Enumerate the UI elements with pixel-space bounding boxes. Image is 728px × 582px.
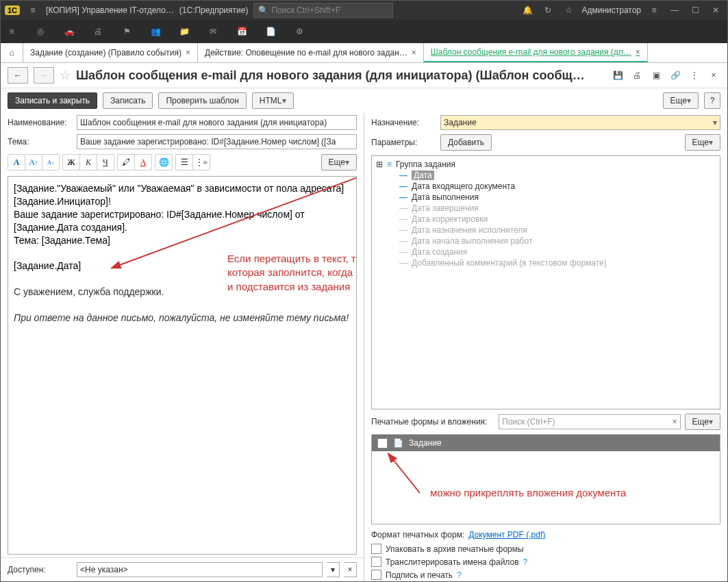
help-button[interactable]: ? [704, 92, 720, 109]
mail-icon[interactable]: ✉ [206, 27, 220, 36]
command-bar: Записать и закрыть Записать Проверить ша… [1, 88, 727, 113]
menu-icon[interactable]: ≡ [25, 5, 40, 15]
editor-more-button[interactable]: Еще [321, 154, 357, 170]
italic-icon[interactable]: К [80, 155, 97, 170]
list-bullet-icon[interactable]: ⋮≡ [193, 155, 210, 170]
save-close-button[interactable]: Записать и закрыть [8, 92, 97, 109]
users-icon[interactable]: 👥 [149, 27, 162, 36]
subject-field[interactable]: Ваше задание зарегистрировано: ID#[Задан… [77, 134, 357, 149]
params-tree[interactable]: ⊞≡Группа задания —Дата —Дата входящего д… [371, 155, 720, 409]
check-template-button[interactable]: Проверить шаблон [158, 92, 246, 109]
maximize-icon[interactable]: ☐ [688, 5, 703, 15]
bell-icon[interactable]: 🔔 [520, 5, 535, 15]
tree-item[interactable]: —Добавленный комментарий (в текстовом фо… [375, 257, 717, 268]
field-clear-icon[interactable]: × [344, 562, 357, 577]
tab-close-icon[interactable]: × [186, 48, 190, 58]
favorite-icon[interactable]: ☆ [60, 68, 71, 83]
star-icon[interactable]: ☆ [561, 5, 576, 15]
highlight-icon[interactable]: 🖍 [118, 155, 135, 170]
attach-more-button[interactable]: Еще [685, 414, 720, 430]
settings-icon[interactable]: ≡ [647, 5, 662, 15]
nav-forward-button[interactable]: → [34, 67, 54, 84]
opt-archive-checkbox[interactable] [371, 544, 381, 554]
insert-link-icon[interactable]: 🌐 [155, 155, 172, 170]
svg-line-1 [392, 459, 420, 493]
font-color-icon[interactable]: A [135, 155, 151, 170]
attach-search-input[interactable]: Поиск (Ctrl+F)× [499, 414, 681, 429]
destination-field[interactable]: Задание▾ [440, 115, 720, 130]
link-icon[interactable]: 🔗 [668, 71, 682, 80]
help-icon[interactable]: ? [523, 557, 528, 567]
font-size-small-icon[interactable]: A↓ [42, 155, 59, 170]
tree-item[interactable]: —Дата начала выполнения работ [375, 236, 717, 246]
params-more-button[interactable]: Еще [685, 134, 720, 151]
tree-item[interactable]: —Дата создания [375, 246, 717, 257]
logo-1c: 1C [5, 5, 20, 15]
attachment-icon: 📄 [393, 438, 403, 448]
print-icon[interactable]: 🖨 [630, 71, 644, 80]
gear-icon[interactable]: ⚙ [292, 27, 306, 36]
bold-icon[interactable]: Ж [63, 155, 80, 170]
flag-icon[interactable]: ⚑ [120, 27, 134, 36]
car-icon[interactable]: 🚗 [62, 27, 76, 36]
field-dropdown-icon[interactable]: ▾ [327, 562, 340, 577]
target-icon[interactable]: ◎ [34, 27, 47, 36]
app-title: [КОПИЯ] Управление IT-отдело… [46, 5, 174, 15]
subject-label: Тема: [8, 137, 73, 147]
tab-3-active[interactable]: Шаблон сообщения e-mail для нового задан… [424, 43, 648, 62]
calendar-icon[interactable]: 📅 [235, 27, 249, 36]
tab-2[interactable]: Действие: Оповещение по e-mail для новог… [198, 43, 424, 62]
tab-close-icon[interactable]: × [636, 47, 640, 57]
available-field[interactable]: <Не указан> [77, 562, 323, 577]
more-button[interactable]: Еще [663, 92, 699, 109]
chevron-down-icon[interactable]: ▾ [713, 118, 717, 127]
nav-back-button[interactable]: ← [8, 67, 28, 84]
destination-label: Назначение: [371, 118, 436, 127]
attachment-row[interactable]: 📄 Задание [372, 435, 720, 451]
tab-close-icon[interactable]: × [412, 48, 416, 58]
window-titlebar: 1C ≡ [КОПИЯ] Управление IT-отдело… (1С:П… [1, 1, 727, 20]
folder-icon[interactable]: 📁 [177, 27, 191, 36]
tree-item-selected[interactable]: —Дата [375, 170, 717, 181]
opt-sign-checkbox[interactable] [371, 570, 381, 580]
name-label: Наименование: [8, 118, 73, 127]
annotation-arrow-2 [386, 455, 427, 496]
tree-group[interactable]: ⊞≡Группа задания [375, 159, 717, 170]
user-label[interactable]: Администратор [581, 5, 641, 15]
body-editor[interactable]: [Задание."Уважаемый" или "Уважаемая" в з… [8, 176, 357, 555]
doc-icon[interactable]: 📄 [264, 27, 277, 36]
save-button[interactable]: Записать [103, 92, 153, 109]
more-icon[interactable]: ⋮ [688, 71, 701, 80]
tree-item[interactable]: —Дата выполнения [375, 192, 717, 203]
sections-icon[interactable]: ≡ [5, 27, 18, 36]
save-icon[interactable]: 💾 [611, 71, 625, 80]
add-button[interactable]: Добавить [440, 134, 492, 151]
close-icon[interactable]: × [707, 71, 720, 80]
attachment-checkbox[interactable] [377, 438, 388, 448]
font-size-dec-icon[interactable]: A↑ [25, 155, 42, 170]
tree-item[interactable]: —Дата назначения исполнителя [375, 225, 717, 236]
html-button[interactable]: HTML [252, 92, 294, 109]
annotation-attach: можно прикреплять вложения документа [430, 486, 626, 500]
global-search[interactable]: 🔍 Поиск Ctrl+Shift+F [253, 3, 393, 18]
tree-item[interactable]: —Дата корректировки [375, 214, 717, 225]
attachments-list[interactable]: 📄 Задание можно прикреплять вложения док… [371, 434, 720, 524]
opt-translit-checkbox[interactable] [371, 557, 381, 567]
report-icon[interactable]: ▣ [649, 71, 663, 80]
help-icon[interactable]: ? [457, 570, 462, 580]
tree-item[interactable]: —Дата завершения [375, 203, 717, 214]
tab-1[interactable]: Задание (создание) (Правило события)× [23, 43, 198, 62]
opt-translit-label: Транслитерировать имена файлов [386, 557, 519, 567]
history-icon[interactable]: ↻ [540, 5, 555, 15]
list-numbered-icon[interactable]: ☰ [176, 155, 193, 170]
underline-icon[interactable]: Ч [97, 155, 114, 170]
home-tab[interactable]: ⌂ [1, 43, 23, 62]
format-link[interactable]: Документ PDF (.pdf) [468, 530, 545, 540]
print-icon[interactable]: 🖨 [91, 27, 105, 36]
search-placeholder: Поиск Ctrl+Shift+F [271, 5, 340, 15]
minimize-icon[interactable]: — [667, 5, 682, 15]
close-icon[interactable]: ✕ [708, 5, 723, 15]
font-size-inc-icon[interactable]: A [8, 155, 25, 170]
name-field[interactable]: Шаблон сообщения e-mail для нового задан… [77, 115, 357, 130]
tree-item[interactable]: —Дата входящего документа [375, 181, 717, 192]
